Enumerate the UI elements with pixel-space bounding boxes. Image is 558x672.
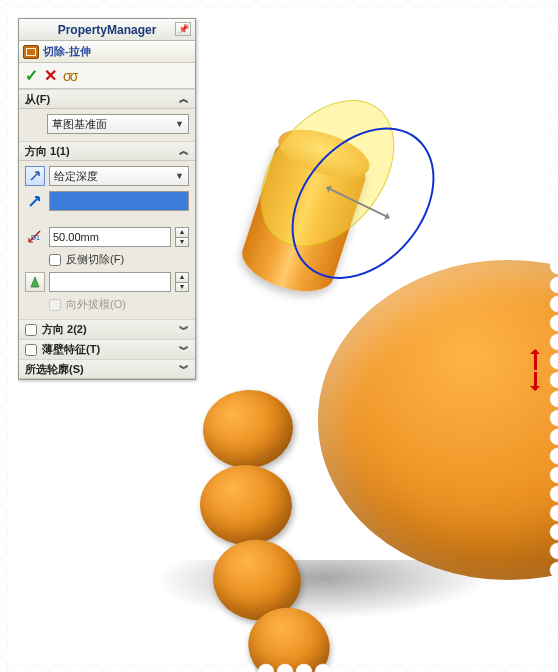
chevron-down-icon: ▼ [175, 119, 184, 129]
direction-vector-icon[interactable] [25, 191, 45, 211]
crab-body [318, 260, 558, 580]
draft-on-off-button[interactable] [25, 272, 45, 292]
thin-feature-label: 薄壁特征(T) [42, 342, 100, 357]
view-axis-indicator[interactable] [526, 350, 546, 390]
cancel-button[interactable]: ✕ [44, 66, 57, 85]
feature-titlebar: 切除-拉伸 [19, 41, 195, 63]
depth-spinner[interactable]: ▲ ▼ [175, 227, 189, 247]
cut-extrude-icon [23, 45, 39, 59]
from-condition-dropdown[interactable]: 草图基准面 ▼ [47, 114, 189, 134]
from-section-header[interactable]: 从(F) ︽ [19, 89, 195, 109]
spin-down-button[interactable]: ▼ [175, 237, 189, 247]
end-condition-dropdown[interactable]: 给定深度 ▼ [49, 166, 189, 186]
direction2-section-header[interactable]: 方向 2(2) ︾ [19, 319, 195, 339]
model-3d[interactable] [178, 140, 558, 600]
draft-spinner[interactable]: ▲ ▼ [175, 272, 189, 292]
from-section-body: 草图基准面 ▼ [19, 109, 195, 141]
spin-down-button[interactable]: ▼ [175, 282, 189, 292]
detailed-preview-button[interactable]: σσ [63, 68, 76, 84]
collapse-icon: ︽ [179, 92, 189, 106]
expand-icon: ︾ [179, 343, 189, 357]
direction1-section-body: 给定深度 ▼ D1 50.00mm [19, 161, 195, 319]
expand-icon: ︾ [179, 323, 189, 337]
confirm-toolbar: ✓ ✕ σσ [19, 63, 195, 89]
thin-feature-section-header[interactable]: 薄壁特征(T) ︾ [19, 339, 195, 359]
direction2-label: 方向 2(2) [42, 322, 87, 337]
direction2-enable-checkbox[interactable] [25, 324, 37, 336]
pin-button[interactable]: 📌 [175, 22, 191, 36]
svg-text:D1: D1 [31, 234, 40, 241]
flip-side-checkbox-row[interactable]: 反侧切除(F) [49, 252, 189, 267]
depth-input[interactable]: 50.00mm [49, 227, 171, 247]
flip-side-checkbox[interactable] [49, 254, 61, 266]
property-manager-panel: PropertyManager 📌 切除-拉伸 ✓ ✕ σσ 从(F) ︽ 草图… [18, 18, 196, 380]
depth-icon: D1 [25, 227, 45, 247]
direction1-label: 方向 1(1) [25, 144, 70, 159]
spin-up-button[interactable]: ▲ [175, 227, 189, 237]
property-manager-title: PropertyManager [58, 23, 157, 37]
ok-button[interactable]: ✓ [25, 66, 38, 85]
selected-contours-section-header[interactable]: 所选轮廓(S) ︾ [19, 359, 195, 379]
reverse-direction-button[interactable] [25, 166, 45, 186]
crab-leg [199, 463, 294, 546]
draft-outward-checkbox-row: 向外拔模(O) [49, 297, 189, 312]
draft-angle-input[interactable] [49, 272, 171, 292]
from-label: 从(F) [25, 92, 50, 107]
collapse-icon: ︽ [179, 144, 189, 158]
draft-outward-label: 向外拔模(O) [66, 297, 126, 312]
flip-side-label: 反侧切除(F) [66, 252, 124, 267]
end-condition-value: 给定深度 [54, 169, 98, 184]
selected-contours-label: 所选轮廓(S) [25, 362, 84, 377]
crab-leg [200, 386, 296, 472]
thin-feature-enable-checkbox[interactable] [25, 344, 37, 356]
from-condition-value: 草图基准面 [52, 117, 107, 132]
eye-stalk [210, 95, 395, 325]
feature-title: 切除-拉伸 [43, 44, 91, 59]
direction-vector-field[interactable] [49, 191, 189, 211]
spin-up-button[interactable]: ▲ [175, 272, 189, 282]
draft-outward-checkbox [49, 299, 61, 311]
chevron-down-icon: ▼ [175, 171, 184, 181]
direction1-section-header[interactable]: 方向 1(1) ︽ [19, 141, 195, 161]
expand-icon: ︾ [179, 362, 189, 376]
property-manager-titlebar: PropertyManager 📌 [19, 19, 195, 41]
